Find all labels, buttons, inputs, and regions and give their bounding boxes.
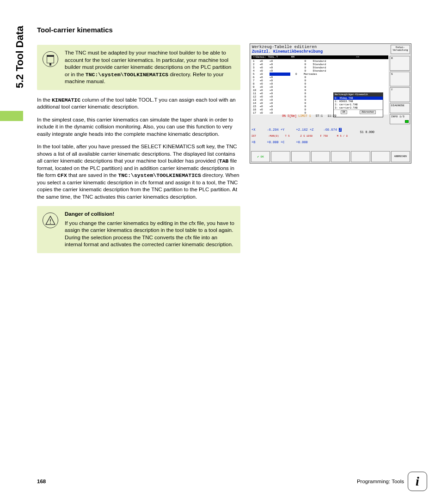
table-row[interactable]: 8 +0 +0 0 (253, 82, 387, 85)
note1-code: TNC:\system\TOOLKINEMATICS (86, 72, 168, 78)
popup-title: Werkzeugträger-Kinematik (334, 93, 383, 97)
warning-icon (43, 213, 58, 228)
side-button-m[interactable]: M (390, 56, 410, 71)
status-pct: 0% S[Nm] (282, 115, 296, 118)
scr-title-line1: Werkzeug-Tabelle editieren (252, 45, 409, 49)
main-content: Tool-carrier kinematics The TNC must be … (37, 26, 240, 260)
axis-line2: +B +0.000 +C +0.000 (251, 140, 388, 145)
side-button-t[interactable]: T (390, 87, 410, 102)
machine-icon (43, 51, 58, 67)
side-button-s[interactable]: S (390, 72, 410, 86)
svg-point-1 (50, 223, 51, 224)
popup-ok-button[interactable]: OK (341, 110, 347, 114)
page-number: 168 (37, 479, 46, 484)
table-row[interactable]: 6 +0 +0 0 (253, 76, 387, 79)
para-select-kinematics: In the tool table, after you have presse… (37, 143, 240, 200)
softkey-ok[interactable]: ✔ OK (251, 151, 270, 162)
table-row[interactable]: 4 +0 +0 0 Standard (253, 69, 387, 73)
popup-item[interactable]: 2: carrier1.TAB (334, 103, 383, 106)
para3-a: In the tool table, after you have presse… (37, 144, 237, 164)
footer-label: Programming: Tools (357, 479, 404, 484)
popup-selected-item[interactable]: 0: 45deg.TAB (334, 97, 383, 100)
scr-status-line: ________________ 0% S[Nm] LIMIT 1 ST:1 1… (251, 115, 388, 118)
softkey-cancel[interactable]: ABBRECHEN (391, 151, 410, 162)
popup-item[interactable]: 1: HSK63.TAB (334, 100, 383, 103)
kinematics-popup: Werkzeugträger-Kinematik 0: 45deg.TAB 1:… (333, 92, 383, 117)
softkey-empty-3[interactable] (311, 151, 330, 162)
cnc-screenshot: Werkzeug-Tabelle editieren Zusätzl. Kine… (250, 43, 411, 164)
page-footer: 168 Programming: Tools i (37, 472, 427, 491)
popup-cancel-button[interactable]: Abbrechen (360, 110, 376, 114)
para3-c: that are saved in the (67, 172, 118, 178)
note2-body: If you change the carrier kinematics by … (65, 220, 235, 249)
side-button-diagnose[interactable]: DIAGNOSE (390, 103, 410, 113)
table-row[interactable]: 10 +0 +0 0 (253, 89, 387, 92)
softkey-empty-6[interactable] (371, 151, 390, 162)
info-icon: i (408, 472, 427, 491)
table-row[interactable]: 3 +0 +0 0 Standard (253, 66, 387, 69)
para-kinematic-column: In the KINEMATIC column of the tool tabl… (37, 97, 240, 111)
para3-code3: TNC:\system\TOOLKINEMATICS (118, 172, 201, 178)
status-time: 11:29 (327, 115, 337, 118)
table-row[interactable]: 5 +0 0 Mercedes (253, 73, 387, 76)
softkey-empty-1[interactable] (271, 151, 290, 162)
softkey-empty-2[interactable] (291, 151, 310, 162)
scr-header: Werkzeug-Tabelle editieren Zusätzl. Kine… (250, 44, 411, 55)
para3-code1: TAB (219, 158, 229, 164)
para3-code2: CFX (57, 172, 67, 178)
spindle-readout: S1 0.000 (251, 131, 388, 134)
table-row[interactable]: 2 +0 +0 0 Standard (253, 63, 387, 66)
popup-item[interactable]: 3: carrier2.TAB (334, 106, 383, 109)
para1-code: KINEMATIC (52, 97, 80, 103)
scr-side-buttons: MSTDIAGNOSEINFO 1/3 (390, 56, 410, 124)
para1-a: In the (37, 97, 52, 103)
scr-bottom-bar: ✔ OK ABBRECHEN (250, 150, 411, 163)
softkey-empty-4[interactable] (331, 151, 350, 162)
note-machine-adapt: The TNC must be adapted by your machine … (37, 45, 240, 90)
status-limit: LIMIT 1 (298, 115, 311, 118)
scr-file-bar: <<Datei: TOOL.T MM >> (251, 55, 388, 59)
note2-title: Danger of collision! (65, 211, 235, 218)
side-button-info-1-3[interactable]: INFO 1/3 (390, 114, 410, 124)
file-management-button[interactable]: Datei- Verwaltung (391, 45, 410, 54)
side-accent (0, 111, 23, 121)
section-side-label: 5.2 Tool Data (13, 26, 27, 118)
note-danger-collision: Danger of collision! If you change the c… (37, 206, 240, 253)
ist-line: IST :MAN(0) T 5 Z S 1050 F 750 M 5 / 8 (251, 134, 388, 138)
table-row[interactable]: 9 +0 +0 0 (253, 85, 387, 89)
status-st: ST:1 (316, 115, 323, 118)
softkey-empty-5[interactable] (351, 151, 370, 162)
table-row[interactable]: 7 +0 +0 0 (253, 79, 387, 82)
para-simplest-case: In the simplest case, this carrier kinem… (37, 116, 240, 138)
scr-title-line2: Zusätzl. Kinematikbeschreibung (252, 49, 409, 54)
page-heading: Tool-carrier kinematics (37, 26, 240, 34)
table-row[interactable]: 1 +0 +0 0 Standard (253, 60, 387, 63)
